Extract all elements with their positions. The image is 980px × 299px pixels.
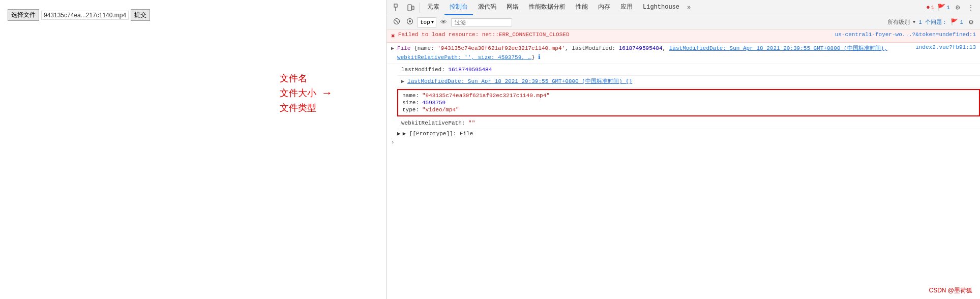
name-row: name: "943135c74ea30f621af92ec3217c1140.… — [402, 92, 975, 99]
error-count-badge: ● 1 — [926, 4, 934, 11]
type-key: type: — [402, 107, 419, 113]
choose-file-button[interactable]: 选择文件 — [8, 9, 39, 21]
issues-badge[interactable]: 1 个问题： — [918, 18, 947, 26]
inspect-icon-button[interactable] — [391, 2, 404, 13]
tab-sources[interactable]: 源代码 — [473, 0, 501, 15]
expand-icon[interactable]: ▶ — [391, 45, 394, 51]
webkit-value: "" — [468, 120, 475, 126]
devtools-tabs-toolbar: 元素 控制台 源代码 网络 性能数据分析 性能 内存 应用 Lighthouse… — [387, 0, 980, 15]
context-selector-chevron: ▼ — [431, 20, 434, 25]
tab-console[interactable]: 控制台 — [444, 0, 473, 15]
error-source-link[interactable]: us-central1-foyer-wo...?&token=undefined… — [835, 32, 976, 38]
annotation-arrow: → — [321, 86, 333, 100]
prototype-label: ▶ [[Prototype]]: File — [403, 130, 473, 137]
name-key: name: — [402, 93, 419, 99]
info-icon[interactable]: ℹ — [538, 54, 541, 61]
highlighted-properties-block: name: "943135c74ea30f621af92ec3217c1140.… — [397, 89, 980, 116]
console-filter-input[interactable] — [451, 18, 512, 26]
level-selector-chevron: ▼ — [913, 20, 915, 25]
last-modified-date-row: ▶ lastModifiedDate: Sun Apr 18 2021 20:3… — [397, 76, 980, 88]
error-icon: ✖ — [391, 32, 395, 40]
console-content: ✖ Failed to load resource: net::ERR_CONN… — [387, 29, 980, 299]
svg-line-5 — [395, 20, 398, 23]
webkit-key: webkitRelativePath: — [401, 120, 465, 126]
annotation-text: 文件名 文件大小 文件类型 — [280, 71, 316, 115]
context-selector[interactable]: top ▼ — [418, 17, 436, 27]
last-modified-value: 1618749595484 — [448, 67, 492, 73]
device-mode-icon-button[interactable] — [404, 2, 418, 13]
svg-rect-0 — [394, 4, 397, 7]
size-row: size: 4593759 — [402, 99, 975, 106]
settings-icon-button[interactable]: ⚙ — [953, 3, 963, 12]
console-toolbar-right: 所有级别 ▼ 1 个问题： 🚩 1 ⚙ — [887, 18, 976, 27]
console-toolbar: top ▼ 👁 所有级别 ▼ 1 个问题： 🚩 1 ⚙ — [387, 15, 980, 29]
left-panel: 选择文件 943135c74ea...217c1140.mp4 提交 文件名 文… — [0, 0, 387, 299]
last-modified-date-expand[interactable]: ▶ — [401, 78, 404, 84]
tab-memory[interactable]: 内存 — [593, 0, 615, 15]
file-label: File — [397, 45, 414, 51]
type-row: type: "video/mp4" — [402, 106, 975, 113]
file-log-content: File {name: '943135c74ea30f621af92ec3217… — [397, 44, 912, 62]
name-value: "943135c74ea30f621af92ec3217c1140.mp4" — [422, 93, 550, 99]
file-log-line-ref[interactable]: index2.vue?fb91:13 — [915, 44, 976, 50]
devtools-panel: 元素 控制台 源代码 网络 性能数据分析 性能 内存 应用 Lighthouse… — [387, 0, 980, 299]
tab-network[interactable]: 网络 — [501, 0, 524, 15]
toolbar-right-area: ● 1 🚩 1 ⚙ ⋮ — [926, 3, 976, 12]
clear-console-button[interactable] — [391, 17, 402, 27]
more-options-icon-button[interactable]: ⋮ — [966, 3, 976, 12]
file-input-area: 选择文件 943135c74ea...217c1140.mp4 提交 — [8, 5, 379, 25]
bottom-chevron: › — [391, 139, 395, 145]
tab-elements[interactable]: 元素 — [422, 0, 444, 15]
annotation-area: 文件名 文件大小 文件类型 → — [280, 71, 333, 115]
file-log-row: ▶ File {name: '943135c74ea30f621af92ec32… — [387, 43, 980, 64]
svg-rect-2 — [408, 5, 411, 11]
svg-rect-3 — [412, 6, 414, 10]
bottom-chevron-row: › — [387, 138, 980, 147]
last-modified-content: lastModified: 1618749595484 — [401, 66, 976, 74]
eye-icon-button[interactable]: 👁 — [438, 17, 449, 27]
context-selector-label: top — [420, 19, 430, 25]
webkit-row: webkitRelativePath: "" — [397, 117, 980, 130]
level-selector-label: 所有级别 — [887, 18, 910, 26]
csdn-watermark: CSDN @墨荷狐 — [929, 286, 972, 295]
type-value: "video/mp4" — [422, 107, 459, 113]
last-modified-row: lastModified: 1618749595484 — [397, 64, 980, 76]
warning-count-badge: 🚩 1 — [937, 4, 950, 12]
prototype-row: ▶ ▶ [[Prototype]]: File — [387, 129, 980, 138]
console-settings-button[interactable] — [404, 17, 415, 27]
more-tabs-button[interactable]: » — [685, 4, 693, 11]
tab-separator — [420, 3, 420, 13]
console-gear-icon[interactable]: ⚙ — [966, 18, 976, 27]
issues-count: 🚩 1 — [951, 18, 963, 26]
size-value: 4593759 — [422, 100, 446, 106]
size-key: size: — [402, 100, 419, 106]
tab-application[interactable]: 应用 — [615, 0, 638, 15]
tab-performance[interactable]: 性能 — [571, 0, 593, 15]
error-row: ✖ Failed to load resource: net::ERR_CONN… — [387, 29, 980, 43]
last-modified-date-content: lastModifiedDate: Sun Apr 18 2021 20:39:… — [407, 77, 976, 86]
file-props: {name: '943135c74ea30f621af92ec3217c1140… — [397, 45, 887, 61]
tab-lighthouse[interactable]: Lighthouse — [638, 0, 685, 15]
submit-button[interactable]: 提交 — [131, 9, 150, 21]
prototype-expand[interactable]: ▶ — [397, 130, 401, 137]
error-message: Failed to load resource: net::ERR_CONNEC… — [398, 32, 832, 38]
file-name-display: 943135c74ea...217c1140.mp4 — [41, 11, 129, 20]
tab-performance-insights[interactable]: 性能数据分析 — [524, 0, 571, 15]
svg-point-6 — [409, 20, 411, 22]
last-modified-date-full[interactable]: lastModifiedDate: Sun Apr 18 2021 20:39:… — [407, 78, 632, 84]
last-modified-key: lastModified: — [401, 67, 445, 73]
webkit-content: webkitRelativePath: "" — [401, 119, 976, 128]
